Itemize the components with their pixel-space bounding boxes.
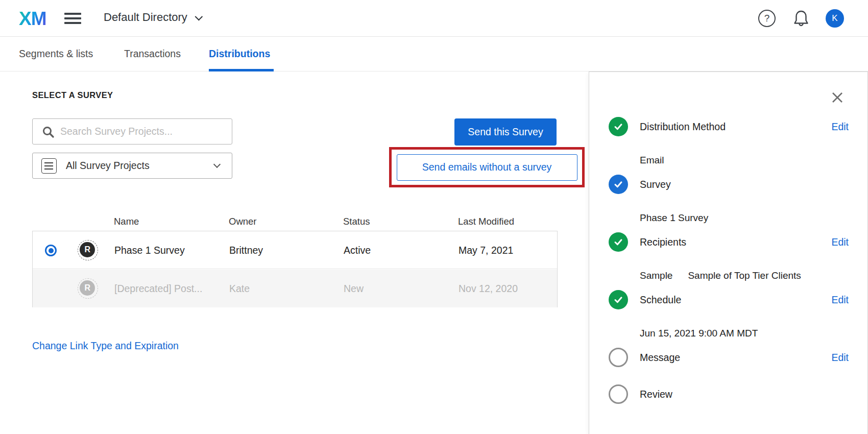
annotation-highlight-box: Send emails without a survey [389,147,585,187]
survey-project-icon: R [78,278,98,299]
step-survey: Survey [609,175,849,194]
step-label: Survey [640,179,671,190]
survey-table: R Phase 1 Survey Brittney Active May 7, … [32,231,558,307]
cell-status: Active [344,231,371,269]
top-bar: XM Default Directory ? K [0,0,868,37]
check-current-icon [609,175,628,194]
directory-label: Default Directory [104,11,187,23]
cell-last-modified: Nov 12, 2020 [459,270,518,307]
search-input[interactable] [60,119,229,143]
step-value: Email [640,155,664,166]
step-label: Message [640,352,680,364]
edit-schedule-link[interactable]: Edit [831,294,849,306]
tab-segments-lists[interactable]: Segments & lists [19,48,93,60]
edit-distribution-method-link[interactable]: Edit [831,121,849,133]
edit-recipients-link[interactable]: Edit [831,236,849,248]
step-label: Review [640,389,672,400]
project-filter-dropdown[interactable]: All Survey Projects [32,153,232,179]
close-icon [830,90,845,105]
cell-status: New [344,270,364,307]
notifications-button[interactable] [793,10,809,27]
change-link-type-link[interactable]: Change Link Type and Expiration [32,340,179,352]
page-title: SELECT A SURVEY [32,90,113,100]
table-row[interactable]: R [Deprecated] Post... Kate New Nov 12, … [33,270,557,307]
send-emails-without-survey-button[interactable]: Send emails without a survey [397,154,577,181]
app-window: XM Default Directory ? K Segments & list… [0,0,868,434]
user-avatar[interactable]: K [826,9,844,28]
step-schedule: Schedule Edit [609,290,849,309]
step-distribution-method: Distribution Method Edit [609,117,849,136]
check-complete-icon [609,290,628,309]
recipients-type: Sample [640,270,672,281]
cell-owner: Brittney [229,231,263,269]
column-header-owner: Owner [229,216,257,227]
step-label: Schedule [640,294,681,306]
column-header-status: Status [343,216,370,227]
cell-owner: Kate [229,270,250,307]
tab-transactions[interactable]: Transactions [124,48,181,60]
step-pending-icon [609,348,628,367]
cell-last-modified: May 7, 2021 [459,231,513,269]
survey-project-icon: R [78,240,98,260]
active-tab-underline [209,69,274,71]
filter-selected-value: All Survey Projects [66,160,150,172]
cell-name: [Deprecated] Post... [114,270,202,307]
chevron-down-icon [195,13,203,21]
check-complete-icon [609,232,628,252]
step-value: Jun 15, 2021 9:00 AM MDT [640,328,758,339]
step-value: Phase 1 Survey [640,212,708,224]
search-icon [42,126,55,138]
bell-icon [793,10,809,27]
tab-bar: Segments & lists Transactions Distributi… [0,37,868,71]
edit-message-link[interactable]: Edit [831,352,849,364]
hamburger-menu-icon[interactable] [64,13,81,24]
radio-selected-icon[interactable] [45,245,57,256]
distribution-steps-panel: Distribution Method Edit Email Survey Ph… [589,71,868,434]
cell-name: Phase 1 Survey [114,231,185,269]
help-button[interactable]: ? [758,10,776,27]
column-header-name: Name [114,216,139,227]
step-recipients: Recipients Edit [609,232,849,252]
recipients-sample-name: Sample of Top Tier Clients [688,270,801,281]
list-icon [41,158,57,174]
table-row[interactable]: R Phase 1 Survey Brittney Active May 7, … [33,231,557,269]
directory-dropdown[interactable]: Default Directory [104,11,200,24]
chevron-down-icon [213,161,221,168]
column-header-last-modified: Last Modified [458,216,514,227]
step-pending-icon [609,384,628,404]
tab-distributions[interactable]: Distributions [209,48,270,60]
send-this-survey-button[interactable]: Send this Survey [454,118,557,146]
close-button[interactable] [830,90,845,105]
question-icon: ? [764,13,770,23]
survey-search [32,118,232,144]
step-message: Message Edit [609,348,849,367]
check-complete-icon [609,117,628,136]
step-value: SampleSample of Top Tier Clients [640,270,801,281]
step-label: Recipients [640,236,686,248]
step-review: Review [609,384,849,404]
xm-logo: XM [19,8,46,30]
step-label: Distribution Method [640,121,726,133]
